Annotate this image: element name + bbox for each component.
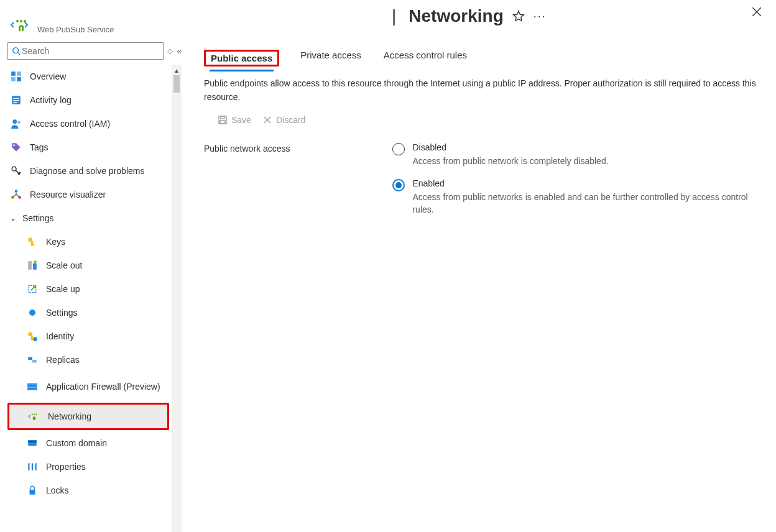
sidebar-item-identity[interactable]: Identity bbox=[7, 324, 169, 348]
networking-icon bbox=[28, 410, 40, 423]
sidebar-item-iam[interactable]: Access control (IAM) bbox=[7, 112, 169, 135]
tab-private-access[interactable]: Private access bbox=[299, 44, 363, 66]
svg-rect-26 bbox=[31, 241, 33, 246]
svg-rect-28 bbox=[28, 261, 32, 270]
tab-access-control-rules[interactable]: Access control rules bbox=[382, 44, 468, 66]
sidebar-item-label: Tags bbox=[30, 142, 48, 152]
radio-icon bbox=[392, 143, 405, 155]
svg-marker-0 bbox=[513, 11, 524, 21]
svg-point-8 bbox=[13, 48, 19, 53]
search-input[interactable] bbox=[7, 42, 164, 60]
svg-rect-51 bbox=[221, 116, 224, 119]
gear-icon bbox=[26, 306, 39, 319]
sidebar-item-diagnose[interactable]: Diagnose and solve problems bbox=[7, 159, 169, 183]
svg-rect-12 bbox=[11, 77, 16, 81]
sidebar-group-settings[interactable]: ⌄ Settings bbox=[7, 206, 169, 230]
sidebar-item-label: Scale out bbox=[46, 260, 82, 270]
svg-point-19 bbox=[17, 121, 21, 124]
tab-public-access[interactable]: Public access bbox=[210, 47, 274, 71]
svg-point-32 bbox=[31, 311, 34, 314]
svg-rect-6 bbox=[21, 29, 22, 32]
sidebar-item-label: Properties bbox=[46, 462, 86, 472]
overview-icon bbox=[10, 70, 22, 83]
svg-point-5 bbox=[24, 20, 26, 22]
svg-rect-52 bbox=[220, 121, 225, 124]
svg-point-3 bbox=[16, 20, 19, 22]
scale-up-icon bbox=[26, 283, 39, 295]
svg-rect-13 bbox=[17, 77, 21, 81]
sidebar-item-networking[interactable]: Networking bbox=[9, 405, 167, 428]
firewall-icon bbox=[26, 380, 39, 393]
sidebar-item-resource-visualizer[interactable]: Resource visualizer bbox=[7, 183, 169, 206]
scale-out-icon bbox=[26, 259, 39, 272]
diagnose-icon bbox=[10, 165, 22, 177]
svg-point-18 bbox=[12, 119, 17, 124]
tab-public-access-highlight: Public access bbox=[204, 50, 279, 66]
activity-log-icon bbox=[10, 94, 22, 106]
svg-point-43 bbox=[35, 414, 37, 415]
more-ellipsis-icon[interactable]: ··· bbox=[534, 10, 547, 23]
sidebar-item-custom-domain[interactable]: Custom domain bbox=[7, 431, 169, 455]
sidebar-item-tags[interactable]: Tags bbox=[7, 135, 169, 159]
save-button[interactable]: Save bbox=[218, 115, 251, 125]
sidebar-item-label: Replicas bbox=[46, 355, 80, 365]
sidebar-scrollbar[interactable]: ▲ bbox=[172, 65, 182, 532]
sidebar-item-settings[interactable]: Settings bbox=[7, 301, 169, 324]
sidebar-item-app-firewall[interactable]: Application Firewall (Preview) bbox=[7, 372, 169, 401]
sidebar-item-label: Diagnose and solve problems bbox=[30, 166, 144, 176]
svg-rect-37 bbox=[32, 360, 37, 363]
svg-rect-11 bbox=[17, 71, 21, 76]
save-icon bbox=[218, 115, 228, 125]
scroll-thumb[interactable] bbox=[173, 75, 180, 93]
radio-option-disabled[interactable]: Disabled Access from public network is c… bbox=[392, 142, 764, 167]
sidebar-item-locks[interactable]: Locks bbox=[7, 479, 169, 502]
sidebar-item-label: Locks bbox=[46, 485, 69, 495]
iam-icon bbox=[10, 117, 22, 130]
svg-point-7 bbox=[21, 27, 22, 29]
sidebar-item-properties[interactable]: Properties bbox=[7, 455, 169, 479]
sidebar-item-scale-out[interactable]: Scale out bbox=[7, 254, 169, 277]
svg-rect-10 bbox=[11, 71, 16, 76]
sidebar-item-label: Keys bbox=[46, 237, 65, 247]
discard-label: Discard bbox=[276, 115, 305, 125]
svg-rect-49 bbox=[30, 490, 35, 495]
svg-point-35 bbox=[33, 337, 37, 341]
svg-point-20 bbox=[13, 144, 15, 146]
keys-icon bbox=[26, 236, 39, 248]
collapse-sidebar-icon[interactable]: « bbox=[177, 46, 182, 56]
sidebar-item-label: Networking bbox=[48, 411, 91, 421]
service-name: Web PubSub Service bbox=[37, 25, 114, 34]
discard-button[interactable]: Discard bbox=[262, 115, 305, 125]
svg-point-4 bbox=[20, 20, 22, 22]
public-network-access-label: Public network access bbox=[204, 142, 392, 216]
sidebar-item-replicas[interactable]: Replicas bbox=[7, 348, 169, 372]
sidebar-item-label: Access control (IAM) bbox=[30, 119, 110, 129]
svg-rect-29 bbox=[33, 264, 37, 270]
custom-domain-icon bbox=[26, 437, 39, 449]
page-title: Networking bbox=[409, 6, 503, 26]
sidebar-item-scale-up[interactable]: Scale up bbox=[7, 277, 169, 301]
svg-rect-40 bbox=[27, 387, 37, 388]
scroll-up-icon[interactable]: ▲ bbox=[173, 67, 180, 74]
sidebar-item-label: Resource visualizer bbox=[30, 190, 106, 200]
sidebar-item-activity-log[interactable]: Activity log bbox=[7, 88, 169, 112]
sidebar-item-networking-highlight: Networking bbox=[7, 403, 169, 430]
radio-icon-checked bbox=[392, 179, 405, 191]
sidebar-item-label: Scale up bbox=[46, 284, 80, 294]
sidebar-item-overview[interactable]: Overview bbox=[7, 65, 169, 88]
svg-rect-27 bbox=[33, 244, 34, 245]
resize-handle-icon[interactable]: ◇ bbox=[167, 47, 173, 55]
sidebar-item-label: Identity bbox=[46, 331, 74, 341]
replicas-icon bbox=[26, 354, 39, 366]
sidebar-item-keys[interactable]: Keys bbox=[7, 230, 169, 254]
sidebar-item-label: Activity log bbox=[30, 95, 72, 105]
radio-option-enabled[interactable]: Enabled Access from public networks is e… bbox=[392, 178, 764, 216]
favorite-star-icon[interactable] bbox=[512, 10, 525, 22]
radio-title: Enabled bbox=[412, 178, 764, 188]
svg-rect-34 bbox=[31, 336, 33, 341]
save-label: Save bbox=[231, 115, 251, 125]
title-separator: | bbox=[392, 6, 396, 26]
radio-description: Access from public networks is enabled a… bbox=[412, 191, 764, 216]
sidebar-item-label: Overview bbox=[30, 71, 66, 81]
identity-icon bbox=[26, 330, 39, 342]
